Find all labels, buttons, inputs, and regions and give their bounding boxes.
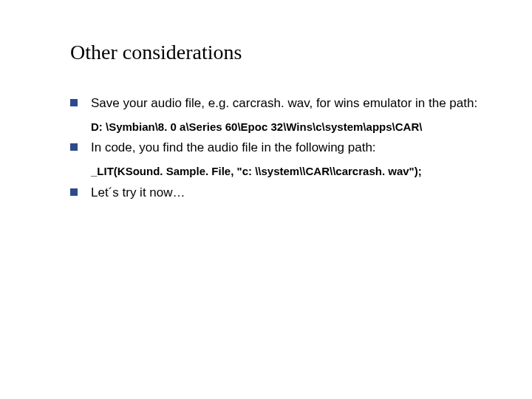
- bullet-square-icon: [70, 99, 78, 106]
- list-item-text: In code, you find the audio file in the …: [91, 140, 376, 154]
- bullet-square-icon: [70, 188, 78, 196]
- list-item-sub: _LIT(KSound. Sample. File, "c: \\system\…: [91, 164, 502, 179]
- slide: Other considerations Save your audio fil…: [0, 0, 532, 399]
- list-item-text: Let´s try it now…: [91, 185, 185, 200]
- list-item: Save your audio file, e.g. carcrash. wav…: [70, 95, 502, 112]
- list-item: Let´s try it now…: [70, 185, 502, 202]
- list-item: In code, you find the audio file in the …: [70, 140, 502, 157]
- list-item-sub: D: \Symbian\8. 0 a\Series 60\Epoc 32\Win…: [91, 120, 502, 134]
- bullet-list: Save your audio file, e.g. carcrash. wav…: [70, 95, 502, 202]
- list-item-text: Save your audio file, e.g. carcrash. wav…: [91, 96, 477, 110]
- slide-title: Other considerations: [70, 41, 502, 64]
- bullet-square-icon: [70, 143, 78, 151]
